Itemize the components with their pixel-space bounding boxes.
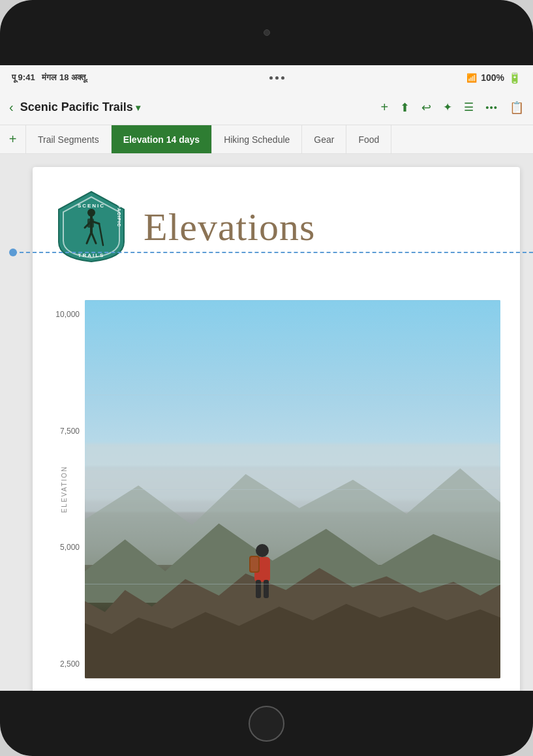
grid-line-10000	[85, 300, 500, 301]
pin-button[interactable]: ✦	[443, 100, 452, 114]
tab-label: Gear	[314, 134, 334, 145]
tab-label: Elevation 14 days	[123, 134, 200, 145]
device: पू 9:41 मंगल 18 अक्तू. 📶 100% 🔋 ‹ Scenic…	[0, 0, 533, 756]
status-dots	[269, 76, 284, 80]
tab-label: Trail Segments	[38, 134, 99, 145]
svg-text:TRAILS: TRAILS	[78, 252, 105, 258]
document-title: Scenic Pacific Trails ▾	[20, 100, 374, 114]
title-chevron-icon[interactable]: ▾	[136, 102, 140, 113]
y-tick-5000: 5,000	[52, 543, 80, 552]
dot3	[281, 76, 284, 80]
tab-elevation-14-days[interactable]: Elevation 14 days	[112, 125, 213, 154]
y-axis-label: ELEVATION	[61, 466, 68, 513]
chart-section: ELEVATION 10,000 7,500 5,000 2,500	[52, 300, 500, 678]
tabs-bar: + Trail Segments Elevation 14 days Hikin…	[0, 125, 533, 154]
tab-label: Hiking Schedule	[224, 134, 290, 145]
screen: पू 9:41 मंगल 18 अक्तू. 📶 100% 🔋 ‹ Scenic…	[0, 65, 533, 691]
top-bezel	[0, 0, 533, 65]
share-button[interactable]: ⬆	[400, 100, 410, 115]
chart-area	[85, 300, 500, 678]
battery-label: 100%	[481, 72, 504, 83]
grid-line-2500	[85, 584, 500, 584]
toolbar-actions: + ⬆ ↩ ✦ ☰ ••• 📋	[381, 100, 524, 115]
page: SCENIC PACIFIC TRAILS Elevations	[33, 167, 520, 691]
y-tick-7500: 7,500	[52, 427, 80, 436]
align-button[interactable]: ☰	[464, 100, 474, 114]
tab-trail-segments[interactable]: Trail Segments	[26, 125, 112, 154]
chart-grid	[85, 300, 500, 678]
undo-button[interactable]: ↩	[421, 100, 431, 115]
mountain-photo	[85, 300, 500, 678]
title-text: Scenic Pacific Trails	[20, 100, 133, 114]
camera	[264, 29, 270, 36]
status-right: 📶 100% 🔋	[466, 72, 521, 84]
svg-rect-7	[87, 219, 94, 228]
svg-text:PACIFIC: PACIFIC	[117, 205, 121, 227]
bottom-bezel	[0, 691, 533, 756]
toolbar: ‹ Scenic Pacific Trails ▾ + ⬆ ↩ ✦ ☰ ••• …	[0, 90, 533, 125]
more-button[interactable]: •••	[485, 102, 498, 113]
status-bar: पू 9:41 मंगल 18 अक्तू. 📶 100% 🔋	[0, 65, 533, 90]
chart-y-axis: ELEVATION 10,000 7,500 5,000 2,500	[52, 300, 85, 678]
time-text: पू 9:41	[12, 72, 35, 82]
status-time: पू 9:41 मंगल 18 अक्तू.	[12, 72, 88, 83]
tab-hiking-schedule[interactable]: Hiking Schedule	[212, 125, 302, 154]
battery-icon: 🔋	[508, 72, 521, 84]
doc-button[interactable]: 📋	[510, 100, 524, 115]
content-area: SCENIC PACIFIC TRAILS Elevations	[0, 154, 533, 691]
dot1	[269, 76, 273, 80]
dot2	[275, 76, 279, 80]
date-text: मंगल 18 अक्तू.	[42, 72, 87, 82]
selection-handle[interactable]	[9, 249, 17, 256]
tab-food[interactable]: Food	[346, 125, 391, 154]
add-button[interactable]: +	[381, 100, 389, 115]
grid-line-5000	[85, 489, 500, 490]
y-tick-2500: 2,500	[52, 659, 80, 669]
y-tick-10000: 10,000	[52, 310, 80, 319]
wifi-icon: 📶	[466, 73, 477, 83]
home-button[interactable]	[249, 706, 284, 742]
add-tab-button[interactable]: +	[0, 125, 26, 154]
back-button[interactable]: ‹	[9, 100, 14, 115]
grid-line-7500	[85, 395, 500, 395]
selection-line	[13, 252, 533, 253]
tab-label: Food	[358, 134, 379, 145]
logo-badge: SCENIC PACIFIC TRAILS	[52, 187, 130, 267]
page-header: SCENIC PACIFIC TRAILS Elevations	[52, 187, 500, 267]
page-title: Elevations	[144, 205, 315, 250]
tab-gear[interactable]: Gear	[302, 125, 346, 154]
svg-text:SCENIC: SCENIC	[78, 203, 105, 209]
